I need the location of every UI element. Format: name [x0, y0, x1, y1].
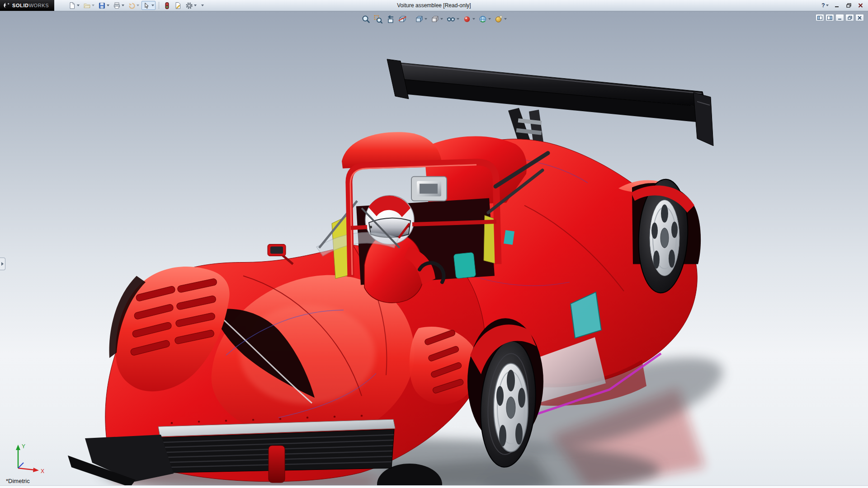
flyout-arrow-icon — [1, 262, 4, 266]
close-icon — [858, 3, 863, 8]
chevron-down-icon[interactable] — [425, 18, 427, 20]
realview-ball-icon — [494, 14, 503, 23]
restore-document-button[interactable] — [845, 14, 854, 21]
zoom-to-area-button[interactable] — [373, 14, 383, 24]
close-icon — [858, 16, 862, 20]
chevron-down-icon[interactable] — [122, 5, 124, 6]
print-icon — [113, 2, 121, 9]
chevron-down-icon[interactable] — [151, 5, 154, 6]
open-folder-icon — [83, 2, 91, 9]
view-orientation-button[interactable] — [414, 14, 428, 24]
view-orientation-icon — [415, 14, 424, 23]
hide-show-items-button[interactable] — [445, 14, 460, 24]
file-properties-button[interactable] — [173, 1, 183, 10]
appearance-ball-icon — [462, 14, 472, 23]
graphics-viewport[interactable]: Y X *Dimetric — [0, 11, 868, 488]
previous-view-icon — [386, 14, 395, 23]
view-orientation-label: *Dimetric — [6, 478, 30, 484]
previous-view-button[interactable] — [385, 14, 396, 24]
panel-left-button[interactable] — [816, 14, 824, 21]
gear-icon — [185, 2, 193, 9]
new-document-button[interactable] — [67, 1, 81, 10]
panel-left-icon — [817, 16, 822, 20]
restore-icon — [846, 3, 851, 8]
chevron-down-icon[interactable] — [92, 5, 94, 6]
undo-arrow-icon — [128, 2, 136, 9]
select-cursor-icon — [143, 2, 151, 9]
rebuild-button[interactable] — [162, 1, 172, 10]
minimize-icon — [838, 16, 842, 20]
cage-accent-cyan — [504, 230, 514, 244]
chevron-down-icon[interactable] — [107, 5, 109, 6]
display-style-icon — [430, 14, 439, 23]
options-button[interactable] — [184, 1, 198, 10]
chevron-down-icon[interactable] — [826, 5, 829, 6]
toolbar-separator — [159, 2, 159, 9]
chevron-down-icon[interactable] — [488, 18, 491, 20]
feature-manager-flyout-tab[interactable] — [0, 258, 5, 270]
close-button[interactable] — [855, 1, 866, 9]
intake-box — [411, 177, 447, 201]
chevron-down-icon[interactable] — [440, 18, 443, 20]
zoom-to-area-icon — [373, 14, 382, 23]
triad-x-label: X — [41, 468, 44, 474]
restore-button[interactable] — [843, 1, 854, 9]
chevron-down-icon[interactable] — [194, 5, 197, 6]
chevron-down-icon[interactable] — [137, 5, 139, 6]
edit-appearance-button[interactable] — [462, 14, 476, 24]
brand-text: SOLIDWORKS — [12, 3, 49, 8]
glasses-icon — [446, 14, 456, 23]
scene-globe-icon — [478, 14, 487, 23]
minimize-icon — [835, 3, 839, 8]
chevron-down-icon[interactable] — [201, 5, 204, 6]
save-button[interactable] — [97, 1, 111, 10]
orientation-triad: Y X — [6, 440, 50, 475]
open-button[interactable] — [82, 1, 96, 10]
close-document-button[interactable] — [855, 14, 864, 21]
new-document-icon — [68, 2, 76, 9]
triad-y-label: Y — [22, 443, 25, 450]
file-properties-icon — [174, 2, 182, 9]
solidworks-window: SOLIDWORKS — [0, 0, 868, 488]
display-style-button[interactable] — [429, 14, 444, 24]
toolbar-options-button[interactable] — [199, 1, 205, 10]
panel-right-icon — [827, 16, 832, 20]
minimize-document-button[interactable] — [835, 14, 844, 21]
help-label: ? — [821, 2, 825, 9]
minimize-button[interactable] — [831, 1, 842, 9]
panel-right-button[interactable] — [826, 14, 834, 21]
chevron-down-icon[interactable] — [472, 18, 475, 20]
print-button[interactable] — [112, 1, 126, 10]
document-window-controls — [816, 14, 864, 21]
section-view-icon — [398, 14, 407, 23]
solidworks-logo-mark — [3, 2, 10, 9]
apply-scene-button[interactable] — [477, 14, 492, 24]
restore-icon — [848, 16, 852, 20]
rebuild-stoplight-icon — [164, 2, 170, 9]
main-toolbar — [67, 1, 205, 10]
car-model — [0, 11, 868, 488]
status-strip — [0, 485, 868, 488]
select-button[interactable] — [142, 1, 156, 10]
window-controls: ? — [820, 1, 868, 9]
zoom-to-fit-icon — [361, 14, 370, 23]
chevron-down-icon[interactable] — [504, 18, 507, 20]
view-settings-button[interactable] — [493, 14, 508, 24]
section-view-button[interactable] — [397, 14, 408, 24]
seat-teal — [453, 252, 476, 278]
chevron-down-icon[interactable] — [77, 5, 80, 6]
help-button[interactable]: ? — [820, 1, 830, 9]
chevron-down-icon[interactable] — [457, 18, 459, 20]
solidworks-logo: SOLIDWORKS — [0, 0, 54, 11]
undo-button[interactable] — [127, 1, 141, 10]
titlebar: SOLIDWORKS — [0, 0, 868, 11]
heads-up-toolbar — [360, 14, 508, 24]
zoom-to-fit-button[interactable] — [360, 14, 371, 24]
save-floppy-icon — [98, 2, 106, 9]
